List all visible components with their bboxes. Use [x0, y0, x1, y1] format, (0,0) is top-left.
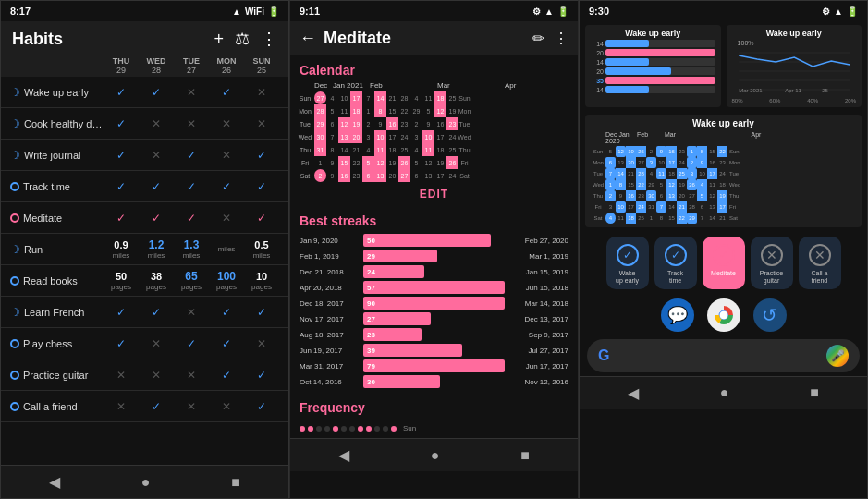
habit-cell[interactable]: ✓	[139, 306, 174, 319]
habit-cell[interactable]: ✓	[244, 180, 279, 193]
habit-cell[interactable]: ✓	[244, 400, 279, 413]
list-item[interactable]: ☽ Write journal ✓ ✕ ✓ ✕ ✓	[1, 140, 288, 171]
filter-icon[interactable]: ⚖	[235, 29, 250, 49]
habit-cell[interactable]: 100pages	[209, 270, 244, 291]
habit-cell[interactable]: ✓	[244, 369, 279, 382]
habit-cell[interactable]: ✓	[104, 117, 139, 130]
home-button[interactable]: ●	[141, 474, 151, 491]
home-button[interactable]: ●	[431, 447, 440, 464]
habit-cell[interactable]: ✕	[209, 212, 244, 225]
habit-cell[interactable]: ✕	[174, 400, 209, 413]
habit-cell[interactable]: ✕	[244, 117, 279, 130]
more-icon[interactable]: ⋮	[554, 30, 568, 47]
habit-cell[interactable]: 65pages	[174, 270, 209, 291]
google-g-icon: G	[598, 347, 609, 364]
habit-cell[interactable]: 38pages	[139, 270, 174, 291]
habit-cell[interactable]: 1.3miles	[174, 238, 209, 260]
chrome-icon[interactable]	[707, 298, 740, 332]
habit-cell[interactable]: ✕	[104, 400, 139, 413]
add-icon[interactable]: +	[214, 30, 224, 49]
habit-cell[interactable]: ✓	[104, 149, 139, 162]
status-bar-3: 9:30 ⚙ ▲ 🔋	[580, 1, 867, 21]
recents-button[interactable]: ■	[810, 384, 819, 401]
habit-cell[interactable]: ✓	[209, 306, 244, 319]
google-mic-icon[interactable]: 🎤	[826, 345, 849, 367]
list-item[interactable]: Track time ✓ ✓ ✓ ✓ ✓	[1, 171, 288, 202]
habit-cell[interactable]: ✓	[139, 86, 174, 99]
streak-end: Dec 13, 2017	[508, 315, 568, 323]
habit-cell[interactable]: miles	[209, 245, 244, 253]
edit-button[interactable]: EDIT	[290, 182, 578, 206]
habit-cell[interactable]: ✕	[174, 306, 209, 319]
messages-icon[interactable]: 💬	[661, 298, 694, 332]
habit-cell[interactable]: ✕	[174, 86, 209, 99]
habit-cell[interactable]: 1.2miles	[139, 238, 174, 260]
list-item[interactable]: Practice guitar ✕ ✕ ✕ ✓ ✓	[1, 359, 288, 391]
habit-cell[interactable]: ✕	[139, 117, 174, 130]
habit-cell[interactable]: 0.9miles	[104, 238, 139, 260]
widget-btn-wake[interactable]: ✓ Wakeup early	[606, 237, 649, 289]
habit-cell[interactable]: ✕	[174, 369, 209, 382]
habit-cell[interactable]: ✓	[174, 149, 209, 162]
home-button[interactable]: ●	[720, 384, 729, 401]
habit-cell[interactable]: ✕	[209, 149, 244, 162]
list-item[interactable]: ☽ Run 0.9miles 1.2miles 1.3miles miles 0…	[1, 234, 288, 265]
habit-cell[interactable]: ✓	[104, 337, 139, 350]
widget-btn-meditate[interactable]: ✓ Meditate	[703, 237, 745, 289]
list-item[interactable]: ☽ Learn French ✓ ✓ ✕ ✓ ✓	[1, 297, 288, 328]
habit-cell[interactable]: ✕	[209, 400, 244, 413]
back-button[interactable]: ◀	[49, 473, 60, 491]
habit-cell[interactable]: ✓	[139, 212, 174, 225]
habit-cell[interactable]: ✓	[104, 180, 139, 193]
habit-cell[interactable]: ✓	[174, 337, 209, 350]
habit-cell[interactable]: ✓	[209, 369, 244, 382]
habit-cell[interactable]: ✓	[104, 212, 139, 225]
bar-rows: 14 20 14 20 35	[591, 40, 715, 93]
widget-btn-guitar[interactable]: ✕ Practiceguitar	[751, 237, 793, 289]
list-item[interactable]: Meditate ✓ ✓ ✓ ✕ ✓	[1, 202, 288, 234]
back-button[interactable]: ◀	[338, 446, 349, 464]
widget-btn-track[interactable]: ✓ Tracktime	[654, 237, 697, 289]
list-item[interactable]: ☽ Cook healthy dinner ✓ ✕ ✕ ✕ ✕	[1, 108, 288, 140]
habit-cell[interactable]: 0.5miles	[244, 238, 279, 260]
widget-btn-call[interactable]: ✕ Call afriend	[799, 237, 841, 289]
list-item[interactable]: Call a friend ✕ ✓ ✕ ✕ ✓	[1, 391, 288, 422]
habit-cell[interactable]: ✕	[139, 337, 174, 350]
habit-cell[interactable]: ✕	[244, 86, 279, 99]
habit-cell[interactable]: ✓	[244, 149, 279, 162]
back-button[interactable]: ◀	[628, 384, 639, 402]
more-icon[interactable]: ⋮	[261, 29, 277, 49]
habit-cell[interactable]: ✓	[104, 86, 139, 99]
habit-cell[interactable]: ✕	[209, 117, 244, 130]
habit-cell[interactable]: ✓	[209, 180, 244, 193]
list-item[interactable]: Play chess ✓ ✕ ✓ ✓ ✕	[1, 328, 288, 359]
habit-cell[interactable]: ✕	[244, 337, 279, 350]
back-icon[interactable]: ←	[300, 29, 316, 48]
habit-cell[interactable]: ✓	[209, 337, 244, 350]
list-item[interactable]: ☽ Wake up early ✓ ✓ ✕ ✓ ✕	[1, 77, 288, 108]
habit-cell[interactable]: ✓	[174, 180, 209, 193]
habit-cell[interactable]: ✕	[174, 117, 209, 130]
habits-header-icons: + ⚖ ⋮	[214, 29, 277, 49]
big-cal-row: 4 11 18 25 1 8 15 22 29 7 14 21 Sat	[605, 213, 856, 224]
habit-cell[interactable]: 10pages	[244, 270, 279, 291]
habit-cell[interactable]: ✓	[209, 86, 244, 99]
recents-button[interactable]: ■	[520, 447, 530, 464]
habit-cell[interactable]: ✓	[174, 212, 209, 225]
habit-cell[interactable]: ✓	[244, 212, 279, 225]
habit-cell[interactable]: ✕	[139, 149, 174, 162]
google-search-bar[interactable]: G 🎤	[587, 339, 860, 372]
edit-icon[interactable]: ✏	[532, 30, 544, 47]
list-item[interactable]: Read books 50pages 38pages 65pages 100pa…	[1, 265, 288, 297]
streak-item: Jan 9, 2020 50 Feb 27, 2020	[300, 234, 568, 247]
habit-cell[interactable]: ✓	[244, 306, 279, 319]
meditate-header: ← Meditate ✏ ⋮	[290, 21, 578, 55]
habit-cell[interactable]: ✓	[104, 306, 139, 319]
habit-cell[interactable]: ✕	[104, 369, 139, 382]
refresh-icon[interactable]: ↺	[753, 298, 787, 332]
habit-cell[interactable]: ✕	[139, 369, 174, 382]
habit-cell[interactable]: ✓	[139, 180, 174, 193]
habit-cell[interactable]: 50pages	[104, 270, 139, 291]
recents-button[interactable]: ■	[231, 474, 240, 491]
habit-cell[interactable]: ✓	[139, 400, 174, 413]
